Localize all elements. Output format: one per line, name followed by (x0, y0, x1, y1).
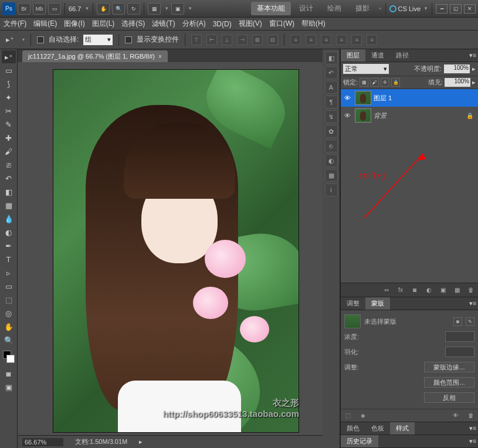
new-layer-icon[interactable]: ▦ (452, 286, 462, 295)
document-tab[interactable]: jc111227_1a.jpg @ 66.7% (图层 1, RGB/8#)× (22, 50, 168, 62)
dock-icon[interactable]: ¶ (325, 96, 338, 108)
dock-icon[interactable]: ◧ (325, 52, 338, 65)
lock-image-icon[interactable]: 🖌 (370, 78, 379, 87)
visibility-icon[interactable]: 👁 (342, 93, 352, 103)
minimize-button[interactable]: ━ (436, 4, 448, 13)
status-menu-icon[interactable]: ▸ (139, 438, 143, 446)
menu-select[interactable]: 选择(S) (121, 19, 145, 29)
lasso-tool[interactable]: ⟆ (2, 77, 16, 90)
dock-icon[interactable]: A (325, 81, 338, 94)
workspace-design[interactable]: 设计 (293, 2, 319, 15)
fx-icon[interactable]: fx (396, 286, 405, 295)
menu-help[interactable]: 帮助(H) (301, 19, 326, 29)
pen-tool[interactable]: ✒ (2, 239, 16, 252)
show-transform-checkbox[interactable] (125, 36, 132, 43)
align-icon[interactable]: ⊢ (206, 35, 217, 45)
close-button[interactable]: ✕ (464, 4, 476, 13)
workspace-painting[interactable]: 绘画 (321, 2, 347, 15)
quickmask-tool[interactable]: ◙ (2, 367, 16, 380)
marquee-tool[interactable]: ▭ (2, 64, 16, 77)
tab-masks[interactable]: 蒙版 (365, 297, 390, 310)
screen-mode-button[interactable]: ▭ (48, 3, 61, 15)
minibridge-button[interactable]: Mb (33, 3, 46, 15)
restore-button[interactable]: ◱ (450, 4, 462, 13)
menu-file[interactable]: 文件(F) (4, 19, 26, 29)
pixel-mask-icon[interactable]: ◙ (453, 317, 462, 326)
align-icon[interactable]: ⊥ (222, 35, 232, 45)
shape-tool[interactable]: ▭ (2, 280, 16, 293)
distribute-icon[interactable]: ≡ (306, 35, 316, 45)
screenmode-tool[interactable]: ▣ (2, 381, 16, 393)
panel-menu-icon[interactable]: ▾≡ (467, 422, 478, 435)
dock-icon[interactable]: ↶ (325, 66, 338, 79)
dock-icon[interactable]: i (325, 184, 338, 196)
type-tool[interactable]: T (2, 253, 16, 266)
link-layers-icon[interactable]: ⇔ (382, 286, 391, 295)
auto-select-dropdown[interactable]: 组▾ (83, 35, 113, 45)
history-brush-tool[interactable]: ↶ (2, 172, 16, 185)
tab-adjustments[interactable]: 调整 (341, 297, 365, 310)
align-icon[interactable]: ⊟ (267, 35, 278, 45)
dock-icon[interactable]: ↯ (325, 110, 338, 123)
close-tab-icon[interactable]: × (158, 53, 162, 60)
tab-channels[interactable]: 通道 (365, 49, 390, 62)
rotate-button[interactable]: ↻ (127, 3, 140, 15)
layer-row[interactable]: 👁 背景 🔒 (341, 107, 478, 124)
canvas-viewport[interactable]: 衣之形 http://shop60633513.taobao.com (18, 62, 323, 435)
adjustment-icon[interactable]: ◐ (424, 286, 433, 295)
lock-transparent-icon[interactable]: ▦ (360, 78, 368, 87)
panel-menu-icon[interactable]: ▾≡ (467, 435, 478, 447)
align-icon[interactable]: ⊤ (191, 35, 202, 45)
menu-edit[interactable]: 编辑(E) (33, 19, 57, 29)
menu-analysis[interactable]: 分析(A) (182, 19, 206, 29)
zoom-level[interactable]: 66.7 (69, 5, 81, 12)
mask-edge-button[interactable]: 蒙版边缘... (424, 362, 474, 372)
menu-window[interactable]: 窗口(W) (269, 19, 294, 29)
tab-history[interactable]: 历史记录 (341, 435, 378, 447)
vector-mask-icon[interactable]: ✎ (466, 317, 474, 326)
auto-select-checkbox[interactable] (37, 36, 44, 43)
tab-color[interactable]: 颜色 (341, 422, 365, 435)
status-zoom-field[interactable]: 66.67% (22, 438, 63, 446)
apply-mask-icon[interactable]: ◈ (358, 411, 368, 420)
eyedropper-tool[interactable]: ✎ (2, 118, 16, 131)
brush-tool[interactable]: 🖌 (2, 145, 16, 158)
lock-all-icon[interactable]: 🔒 (391, 78, 400, 87)
3d-tool[interactable]: ⬚ (2, 293, 16, 306)
dodge-tool[interactable]: ◐ (2, 226, 16, 239)
gradient-tool[interactable]: ▦ (2, 199, 16, 212)
align-icon[interactable]: ⊣ (237, 35, 248, 45)
wand-tool[interactable]: ✦ (2, 91, 16, 104)
blur-tool[interactable]: 💧 (2, 212, 16, 225)
color-range-button[interactable]: 颜色范围... (424, 377, 474, 388)
distribute-icon[interactable]: ≡ (351, 35, 362, 45)
cs-live-button[interactable]: CS Live▼ (389, 5, 428, 12)
3d-camera-tool[interactable]: ◎ (2, 307, 16, 320)
heal-tool[interactable]: ✚ (2, 131, 16, 144)
stamp-tool[interactable]: ⎚ (2, 158, 16, 171)
dock-icon[interactable]: ✿ (325, 125, 338, 138)
align-icon[interactable]: ⊞ (252, 35, 263, 45)
layer-thumbnail[interactable] (355, 108, 371, 123)
panel-menu-icon[interactable]: ▾≡ (467, 49, 478, 62)
tab-paths[interactable]: 路径 (390, 49, 415, 62)
load-selection-icon[interactable]: ⬚ (343, 411, 352, 420)
zoom-tool[interactable]: 🔍 (2, 334, 16, 347)
opacity-field[interactable]: 100% (444, 65, 470, 73)
menu-view[interactable]: 视图(V) (239, 19, 262, 29)
blend-mode-dropdown[interactable]: 正常▾ (343, 64, 389, 74)
eraser-tool[interactable]: ◧ (2, 185, 16, 198)
layer-row[interactable]: 👁 图层 1 (341, 89, 478, 107)
density-field[interactable] (445, 331, 474, 342)
move-tool[interactable]: ▸⁺ (2, 50, 16, 63)
hand-tool-button[interactable]: ✋ (97, 3, 110, 15)
distribute-icon[interactable]: ≡ (290, 35, 301, 45)
menu-image[interactable]: 图像(I) (64, 19, 84, 29)
menu-3d[interactable]: 3D(D) (213, 20, 232, 28)
bridge-button[interactable]: Br (18, 3, 30, 15)
feather-field[interactable] (445, 347, 474, 357)
tab-swatches[interactable]: 色板 (365, 422, 390, 435)
mask-icon[interactable]: ◙ (410, 286, 419, 295)
screen-button[interactable]: ▣ (171, 3, 184, 15)
group-icon[interactable]: ▣ (438, 286, 448, 295)
